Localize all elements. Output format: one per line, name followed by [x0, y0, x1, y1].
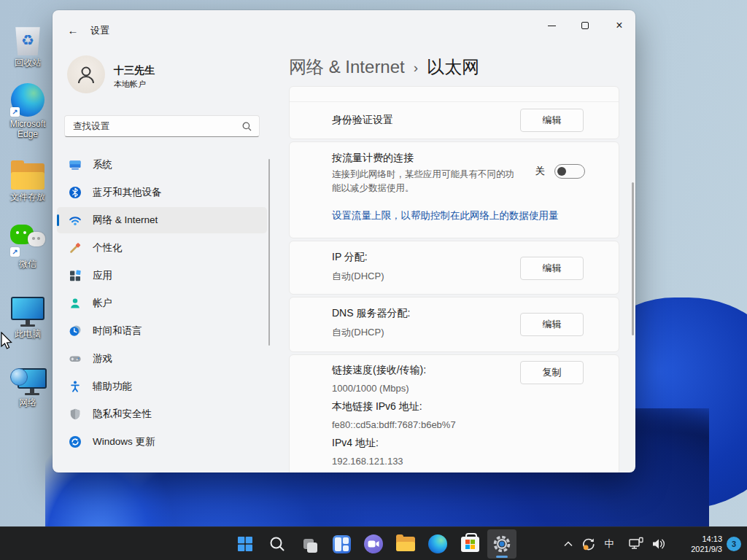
shield-icon — [69, 408, 82, 421]
profile-name: 十三先生 — [114, 64, 155, 77]
sidebar-item-time-language[interactable]: 时间和语言 — [57, 318, 267, 344]
search-icon — [268, 535, 286, 553]
avatar[interactable] — [67, 55, 105, 93]
desktop-icon-network[interactable]: 网络 — [4, 359, 51, 408]
brush-icon — [69, 241, 82, 254]
widgets-icon — [333, 535, 351, 553]
desktop-icon-label: 回收站 — [4, 58, 51, 68]
desktop-icon-file-folder[interactable]: 文件存放 — [4, 153, 51, 202]
search-icon — [242, 122, 252, 131]
sidebar-item-privacy-security[interactable]: 隐私和安全性 — [57, 401, 267, 427]
authentication-card: 身份验证设置 编辑 — [289, 86, 619, 139]
page-title: 以太网 — [427, 55, 479, 79]
windows-logo-icon — [236, 535, 254, 553]
settings-window: ← 设置 × 十三先生 本地帐户 系统 — [53, 10, 635, 472]
store-button[interactable] — [455, 529, 484, 559]
file-explorer-icon — [396, 537, 415, 551]
edge-button[interactable] — [423, 529, 452, 559]
auth-edit-button[interactable]: 编辑 — [520, 109, 584, 132]
search-box[interactable] — [64, 115, 260, 137]
task-view-button[interactable] — [295, 529, 324, 559]
tray-network-button[interactable] — [624, 531, 648, 557]
taskbar-clock[interactable]: 14:13 2021/9/3 — [676, 534, 722, 554]
sidebar-item-accounts[interactable]: 帐户 — [57, 290, 267, 316]
this-pc-icon — [11, 297, 44, 327]
close-button[interactable]: × — [605, 15, 634, 36]
data-limit-link[interactable]: 设置流量上限，以帮助控制在此网络上的数据使用量 — [332, 209, 559, 222]
accounts-icon — [69, 297, 82, 310]
shortcut-arrow-icon: ↗ — [10, 247, 20, 257]
back-button[interactable]: ← — [63, 21, 83, 39]
tray-update-button[interactable] — [578, 531, 600, 557]
task-view-icon — [296, 531, 322, 557]
maximize-button[interactable] — [570, 15, 600, 36]
sidebar-item-system[interactable]: 系统 — [57, 152, 267, 178]
ipv6-value: fe80::cd5a:bdff:7687:b6eb%7 — [332, 416, 619, 434]
sidebar-item-personalization[interactable]: 个性化 — [57, 235, 267, 261]
copy-button[interactable]: 复制 — [520, 361, 584, 384]
desktop-icon-wechat[interactable]: ↗ 微信 — [4, 220, 51, 269]
system-icon — [69, 158, 82, 171]
desktop-icon-recycle-bin[interactable]: ♻ 回收站 — [4, 19, 51, 68]
ip-assignment-card: IP 分配: 自动(DHCP) 编辑 — [289, 241, 619, 295]
sidebar-item-label: 蓝牙和其他设备 — [93, 186, 162, 199]
mouse-cursor — [0, 332, 15, 351]
settings-button[interactable] — [487, 529, 516, 559]
breadcrumb-root[interactable]: 网络 & Internet — [289, 55, 405, 79]
ip-edit-button[interactable]: 编辑 — [520, 257, 584, 280]
connection-properties-card: 链接速度(接收/传输): 1000/1000 (Mbps) 本地链接 IPv6 … — [289, 354, 619, 472]
bluetooth-icon — [69, 186, 82, 199]
wifi-icon — [69, 214, 82, 227]
sidebar-item-gaming[interactable]: 游戏 — [57, 346, 267, 372]
file-explorer-button[interactable] — [391, 529, 420, 559]
metered-connection-card: 按流量计费的连接 连接到此网络时，某些应用可能具有不同的功能以减少数据使用。 关… — [289, 141, 619, 238]
minimize-button[interactable] — [537, 15, 566, 36]
sidebar-item-accessibility[interactable]: 辅助功能 — [57, 373, 267, 400]
desktop-icon-label: 微信 — [4, 259, 51, 269]
chat-button[interactable] — [359, 529, 388, 559]
selected-indicator — [57, 214, 59, 226]
search-input[interactable] — [65, 121, 242, 131]
sync-arrow-icon — [581, 537, 596, 551]
sidebar-item-apps[interactable]: 应用 — [57, 262, 267, 289]
desktop-icon-label: 网络 — [4, 397, 51, 408]
start-button[interactable] — [231, 529, 260, 559]
apps-icon — [69, 269, 82, 282]
toggle-state-label: 关 — [535, 165, 546, 178]
sidebar-item-label: 时间和语言 — [93, 324, 142, 338]
store-icon — [461, 537, 479, 552]
edge-icon — [428, 534, 447, 553]
widgets-button[interactable] — [327, 529, 356, 559]
ime-indicator[interactable]: 中 — [600, 531, 619, 557]
search-button[interactable] — [263, 529, 292, 559]
person-icon — [75, 63, 97, 85]
ipv6-label: 本地链接 IPv6 地址: — [332, 397, 619, 416]
folder-icon — [11, 163, 44, 190]
sidebar-scrollbar[interactable] — [268, 159, 270, 346]
taskbar: 中 14:13 2021/9/3 3 — [0, 526, 747, 560]
desktop-icon-microsoft-edge[interactable]: ↗ Microsoft Edge — [4, 80, 51, 139]
sidebar-item-windows-update[interactable]: Windows 更新 — [57, 429, 267, 455]
main-scrollbar[interactable] — [632, 182, 634, 335]
sidebar-item-network-internet[interactable]: 网络 & Internet — [57, 207, 267, 233]
card-top-strip — [290, 87, 619, 102]
tray-volume-button[interactable] — [648, 531, 670, 557]
update-icon — [69, 435, 82, 448]
metered-description: 连接到此网络时，某些应用可能具有不同的功能以减少数据使用。 — [332, 168, 520, 195]
sidebar-item-label: 辅助功能 — [93, 380, 132, 393]
sidebar-item-label: 游戏 — [93, 352, 112, 365]
dns-edit-button[interactable]: 编辑 — [520, 313, 584, 336]
sidebar-item-label: 帐户 — [93, 297, 112, 310]
metered-toggle[interactable] — [554, 164, 585, 179]
ethernet-icon — [628, 537, 644, 551]
tray-chevron-button[interactable] — [559, 531, 578, 557]
window-title: 设置 — [90, 24, 109, 37]
sidebar-item-bluetooth-devices[interactable]: 蓝牙和其他设备 — [57, 179, 267, 206]
sidebar-item-label: 系统 — [93, 158, 112, 171]
desktop-icon-label: Microsoft Edge — [4, 119, 51, 139]
desktop-icon-label: 文件存放 — [4, 192, 51, 202]
metered-title: 按流量计费的连接 — [332, 142, 619, 165]
chat-icon — [364, 534, 383, 553]
notification-badge[interactable]: 3 — [727, 537, 741, 551]
clock-time: 14:13 — [676, 534, 722, 544]
